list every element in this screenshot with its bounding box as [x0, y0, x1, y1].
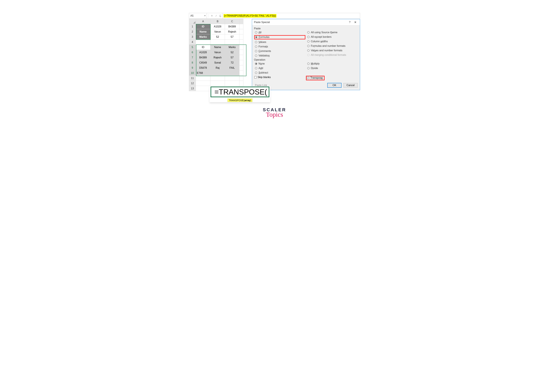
cell[interactable]: Marks — [225, 45, 239, 50]
grid[interactable]: A B C 1 ID A1028 B4389 2 Name Varun Raje… — [189, 19, 243, 91]
opt-formats[interactable]: Formats — [254, 45, 305, 48]
cell[interactable] — [239, 81, 243, 86]
cell[interactable]: C6549 — [196, 60, 210, 65]
row-header[interactable]: 11 — [189, 76, 196, 81]
opt-values[interactable]: Values — [254, 40, 305, 44]
cell[interactable] — [239, 34, 243, 40]
cell[interactable]: A1028 — [210, 24, 225, 29]
cell[interactable]: Rajesh — [225, 29, 239, 34]
cell[interactable]: Name — [210, 45, 225, 50]
cell[interactable] — [225, 81, 239, 86]
cell[interactable]: A1028 — [196, 50, 210, 55]
cell[interactable] — [239, 50, 243, 55]
row-header[interactable]: 8 — [189, 60, 196, 65]
cell[interactable]: FAIL — [225, 65, 239, 70]
col-pad — [239, 19, 243, 24]
cell[interactable] — [225, 76, 239, 81]
cell[interactable]: B4389 — [225, 24, 239, 29]
opt-col-widths[interactable]: Column widths — [307, 40, 358, 43]
cancel-icon[interactable]: ✕ — [211, 14, 213, 17]
cell[interactable] — [225, 70, 239, 76]
row-header[interactable]: 6 — [189, 50, 196, 55]
opt-comments[interactable]: Comments — [254, 49, 305, 53]
cell[interactable]: 52 — [225, 50, 239, 55]
col-header-b[interactable]: B — [210, 19, 225, 24]
cell[interactable] — [239, 76, 243, 81]
opt-except-borders[interactable]: All except borders — [307, 35, 358, 39]
cell[interactable]: 52 — [210, 34, 225, 40]
cell[interactable]: Raj — [210, 65, 225, 70]
opt-validation[interactable]: Validation — [254, 54, 305, 57]
cell[interactable] — [239, 70, 243, 76]
cell[interactable] — [210, 40, 225, 45]
opt-add[interactable]: Add — [254, 66, 305, 70]
select-all-corner[interactable] — [189, 19, 196, 24]
cell[interactable] — [210, 70, 225, 76]
col-header-a[interactable]: A — [196, 19, 210, 24]
row-header[interactable]: 10 — [189, 70, 196, 76]
opt-val-num[interactable]: Values and number formats — [307, 49, 358, 52]
cell[interactable] — [239, 55, 243, 60]
opt-form-num[interactable]: Formulas and number formats — [307, 44, 358, 48]
cell[interactable]: D5678 — [196, 65, 210, 70]
cell[interactable]: Name — [196, 29, 210, 34]
row-header[interactable]: 3 — [189, 34, 196, 40]
cell[interactable] — [225, 40, 239, 45]
row-header[interactable]: 4 — [189, 40, 196, 45]
cell[interactable] — [239, 60, 243, 65]
close-icon[interactable]: ✕ — [353, 21, 358, 24]
opt-divide[interactable]: Divide — [307, 66, 358, 70]
row-header[interactable]: 1 — [189, 24, 196, 29]
name-box[interactable]: A5 — [189, 13, 207, 19]
cell[interactable]: 57 — [225, 34, 239, 40]
cell[interactable]: ID — [196, 45, 210, 50]
opt-none[interactable]: None — [254, 62, 305, 65]
cell[interactable] — [239, 40, 243, 45]
cell[interactable]: E768 — [196, 70, 210, 76]
cell[interactable]: ID — [196, 24, 210, 29]
chk-transpose[interactable]: Transpose — [307, 76, 323, 79]
cell[interactable] — [239, 45, 243, 50]
row-header[interactable]: 2 — [189, 29, 196, 34]
row-header[interactable]: 7 — [189, 55, 196, 60]
cell[interactable] — [196, 86, 210, 91]
cell[interactable]: Rajesh — [210, 55, 225, 60]
cell[interactable] — [196, 40, 210, 45]
row-header[interactable]: 9 — [189, 65, 196, 70]
name-box-value: A5 — [190, 14, 194, 17]
help-icon[interactable]: ? — [347, 21, 353, 24]
cell[interactable] — [210, 76, 225, 81]
row-header[interactable]: 5 — [189, 45, 196, 50]
cell[interactable]: Varun — [210, 29, 225, 34]
col-header-c[interactable]: C — [225, 19, 239, 24]
fx-icon[interactable]: fx — [220, 14, 221, 17]
cell[interactable]: Varun — [210, 50, 225, 55]
dropdown-icon[interactable] — [204, 15, 206, 16]
chk-skip-blanks[interactable]: Skip blanks — [254, 76, 271, 79]
cell[interactable] — [239, 29, 243, 34]
opt-multiply[interactable]: Multiply — [307, 62, 358, 65]
opt-all[interactable]: All — [254, 31, 305, 34]
cell[interactable]: B4389 — [196, 55, 210, 60]
opt-formulas[interactable]: Formulas — [255, 36, 269, 39]
cell[interactable] — [239, 24, 243, 29]
cell[interactable]: 57 — [225, 55, 239, 60]
row-header[interactable]: 12 — [189, 81, 196, 86]
cancel-button[interactable]: Cancel — [343, 83, 358, 88]
cell[interactable] — [210, 81, 225, 86]
operation-options: None Add Subtract Multiply Divide — [254, 62, 358, 75]
opt-all-theme[interactable]: All using Source theme — [307, 31, 358, 34]
enter-icon[interactable]: ✓ — [215, 14, 217, 17]
formula-input[interactable]: {=TRANSPOSE(IF(A1:F3<50,"FAIL",A1:F3))} — [223, 13, 360, 19]
cell[interactable]: 72 — [225, 60, 239, 65]
cell[interactable] — [239, 65, 243, 70]
row-header[interactable]: 13 — [189, 86, 196, 91]
cell[interactable] — [196, 81, 210, 86]
formula-zoom-text: =TRANSPOSE( — [214, 88, 267, 96]
ok-button[interactable]: OK — [327, 83, 341, 88]
formula-zoom-overlay: =TRANSPOSE( TRANSPOSE(array) — [209, 86, 270, 102]
cell[interactable]: Marks — [196, 34, 210, 40]
opt-subtract[interactable]: Subtract — [254, 71, 305, 75]
cell[interactable]: Sonal — [210, 60, 225, 65]
cell[interactable] — [196, 76, 210, 81]
